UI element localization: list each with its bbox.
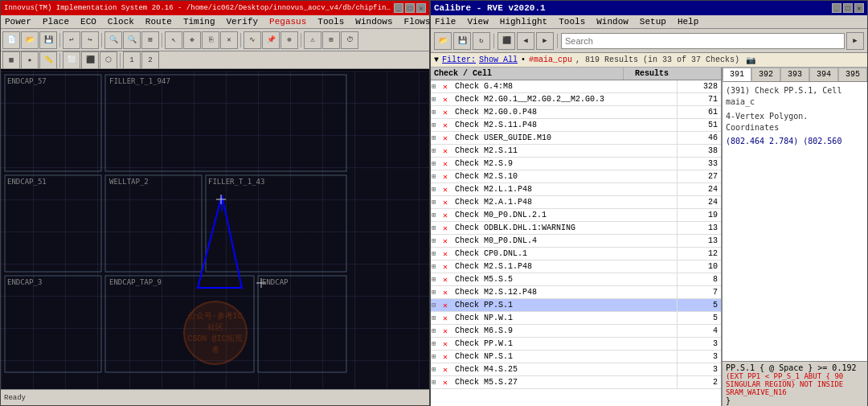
table-row[interactable]: ⊞ ✕ Check M4.S.25 3 <box>431 363 721 376</box>
cal-menu-setup[interactable]: Setup <box>637 16 669 27</box>
menu-power[interactable]: Power <box>2 16 34 27</box>
row-expand[interactable]: ⊟ <box>431 300 442 310</box>
cal-tb-zoom[interactable]: ⬛ <box>497 32 515 50</box>
row-expand[interactable]: ⊞ <box>431 377 442 388</box>
cal-menu-help[interactable]: Help <box>675 16 701 27</box>
tb-redo[interactable]: ↪ <box>81 31 99 49</box>
table-row[interactable]: ⊞ ✕ Check ODBLK.DHL.1:WARNING 13 <box>431 222 721 235</box>
tb-via[interactable]: ⊕ <box>280 31 298 49</box>
tb-zoom-fit[interactable]: ⊞ <box>141 31 159 49</box>
row-expand[interactable]: ⊞ <box>431 248 442 259</box>
menu-timing[interactable]: Timing <box>181 16 218 27</box>
table-row[interactable]: ⊞ ✕ Check M2.S.1.P48 10 <box>431 260 721 273</box>
menu-route[interactable]: Route <box>143 16 174 27</box>
table-row[interactable]: ⊞ ✕ Check M2.L.1.P48 24 <box>431 183 721 196</box>
cal-tb-save[interactable]: 💾 <box>453 32 471 50</box>
table-row[interactable]: ⊞ ✕ Check CP0.DNL.1 12 <box>431 248 721 260</box>
table-row[interactable]: ⊞ ✕ Check M5.S.5 8 <box>431 273 721 286</box>
calibre-close[interactable]: × <box>854 3 864 13</box>
tb-zoom-out[interactable]: 🔍 <box>123 31 141 49</box>
tab-391[interactable]: 391 <box>723 68 751 81</box>
row-expand[interactable]: ⊞ <box>431 94 442 105</box>
selected-table-row[interactable]: ⊟ ✕ Check PP.S.1 5 <box>431 299 721 312</box>
row-expand[interactable]: ⊞ <box>431 210 442 220</box>
menu-place[interactable]: Place <box>40 16 72 27</box>
cal-menu-view[interactable]: View <box>465 16 490 27</box>
tab-394[interactable]: 394 <box>809 68 838 81</box>
tb-lvs[interactable]: ⊞ <box>322 31 340 49</box>
cal-menu-tools[interactable]: Tools <box>556 16 588 27</box>
row-expand[interactable]: ⊞ <box>431 197 442 207</box>
tb-new[interactable]: 📄 <box>2 31 20 49</box>
menu-clock[interactable]: Clock <box>105 16 137 27</box>
maximize-button[interactable]: □ <box>405 3 415 13</box>
tab-395[interactable]: 395 <box>838 68 867 81</box>
tb-copy[interactable]: ⎘ <box>202 31 219 49</box>
search-input[interactable] <box>561 33 845 49</box>
row-expand[interactable]: ⊞ <box>431 261 442 272</box>
row-expand[interactable]: ⊞ <box>431 146 442 156</box>
row-expand[interactable]: ⊞ <box>431 313 442 323</box>
menu-pegasus[interactable]: Pegasus <box>267 16 309 27</box>
tab-393[interactable]: 393 <box>780 68 809 81</box>
tb-layer[interactable]: ▦ <box>2 51 20 69</box>
table-row[interactable]: ⊞ ✕ Check G.4:M8 328 <box>431 80 721 93</box>
row-expand[interactable]: ⊞ <box>431 133 442 143</box>
table-row[interactable]: ⊞ ✕ Check M5.S.27 2 <box>431 376 721 389</box>
minimize-button[interactable]: _ <box>394 3 403 13</box>
table-row[interactable]: ⊞ ✕ Check M2.A.1.P48 24 <box>431 196 721 209</box>
tb-zoom-in[interactable]: 🔍 <box>104 31 122 49</box>
tb-save[interactable]: 💾 <box>39 31 57 49</box>
cal-tb-open[interactable]: 📂 <box>434 32 452 50</box>
tb-highlight[interactable]: ★ <box>21 51 39 69</box>
row-expand[interactable]: ⊞ <box>431 364 442 375</box>
tb-route2[interactable]: ⬡ <box>100 51 117 69</box>
camera-icon[interactable]: 📷 <box>746 55 755 65</box>
tb-undo[interactable]: ↩ <box>63 31 80 49</box>
row-expand[interactable]: ⊞ <box>431 223 442 233</box>
row-expand[interactable]: ⊞ <box>431 326 442 336</box>
table-row[interactable]: ⊞ ✕ Check M2.S.11 38 <box>431 145 721 158</box>
cal-tb-refresh[interactable]: ↻ <box>473 32 490 50</box>
filter-show-all[interactable]: Show All <box>479 55 518 64</box>
tb-wire[interactable]: ∿ <box>244 31 261 49</box>
tb-view1[interactable]: 1 <box>123 51 141 69</box>
tb-place[interactable]: ⬛ <box>81 51 99 69</box>
tb-delete[interactable]: ✕ <box>220 31 238 49</box>
tb-timing[interactable]: ⏱ <box>341 31 358 49</box>
table-row[interactable]: ⊞ ✕ Check M0_P0.DNL.2.1 19 <box>431 209 721 222</box>
row-expand[interactable]: ⊞ <box>431 171 442 182</box>
cal-tb-next[interactable]: ▶ <box>536 32 554 50</box>
table-row[interactable]: ⊞ ✕ Check USER_GUIDE.M10 46 <box>431 132 721 145</box>
table-row[interactable]: ⊞ ✕ Check NP.S.1 3 <box>431 351 721 363</box>
menu-tools[interactable]: Tools <box>315 16 346 27</box>
table-row[interactable]: ⊞ ✕ Check M2.G0.0.P48 61 <box>431 106 721 119</box>
menu-eco[interactable]: ECO <box>78 16 99 27</box>
menu-flows[interactable]: Flows <box>402 16 433 27</box>
table-row[interactable]: ⊞ ✕ Check M2.S.9 33 <box>431 158 721 170</box>
table-row[interactable]: ⊞ ✕ Check M2.S.10 27 <box>431 170 721 183</box>
menu-windows[interactable]: Windows <box>353 16 395 27</box>
table-row[interactable]: ⊞ ✕ Check M2.S.12.P48 7 <box>431 286 721 299</box>
row-expand[interactable]: ⊞ <box>431 81 442 92</box>
tab-392[interactable]: 392 <box>751 68 780 81</box>
row-expand[interactable]: ⊞ <box>431 184 442 195</box>
row-expand[interactable]: ⊞ <box>431 236 442 246</box>
cal-menu-window[interactable]: Window <box>594 16 631 27</box>
cal-tb-search-btn[interactable]: ▶ <box>846 32 864 50</box>
calibre-minimize[interactable]: _ <box>832 3 841 13</box>
row-expand[interactable]: ⊞ <box>431 338 442 349</box>
table-row[interactable]: ⊞ ✕ Check NP.W.1 5 <box>431 312 721 325</box>
table-row[interactable]: ⊞ ✕ Check M6.S.9 4 <box>431 325 721 338</box>
tb-pin[interactable]: 📌 <box>262 31 280 49</box>
row-expand[interactable]: ⊞ <box>431 120 442 130</box>
table-row[interactable]: ⊞ ✕ Check M2.S.11.P48 51 <box>431 119 721 132</box>
row-expand[interactable]: ⊞ <box>431 158 442 169</box>
row-expand[interactable]: ⊞ <box>431 351 442 362</box>
menu-verify[interactable]: Verify <box>223 16 260 27</box>
row-expand[interactable]: ⊞ <box>431 274 442 285</box>
row-expand[interactable]: ⊞ <box>431 107 442 117</box>
row-expand[interactable]: ⊞ <box>431 287 442 297</box>
tb-floorplan[interactable]: ⬜ <box>63 51 80 69</box>
calibre-maximize[interactable]: □ <box>843 3 853 13</box>
